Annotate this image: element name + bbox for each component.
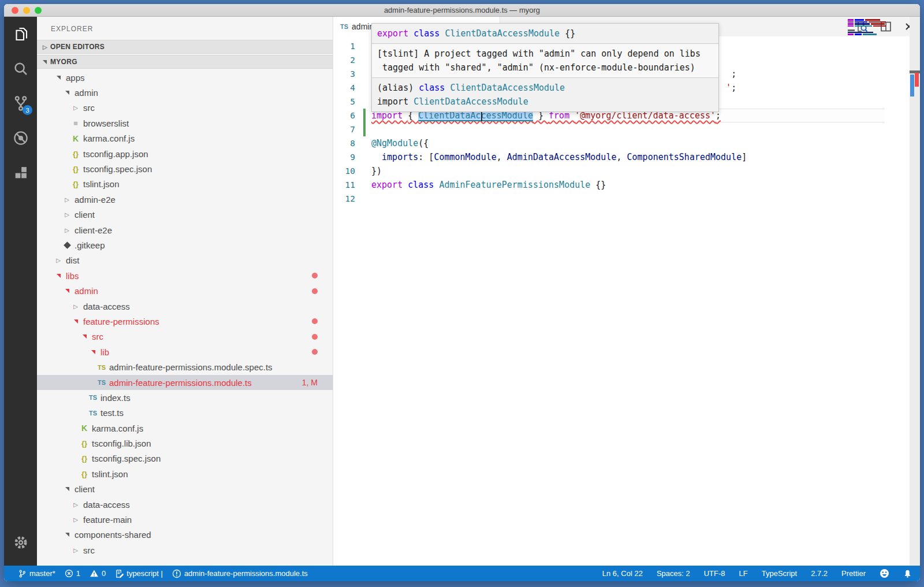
gear-icon[interactable] <box>4 534 37 551</box>
tree-item-src[interactable]: ▷src <box>37 101 333 116</box>
twisty-expanded-icon[interactable] <box>57 274 61 278</box>
line-number: 12 <box>333 194 355 203</box>
twisty-collapsed-icon[interactable]: ▷ <box>65 196 69 203</box>
tree-item-feature-permissions[interactable]: feature-permissions <box>37 314 333 329</box>
status-typescript-[interactable]: typescript | <box>115 569 163 578</box>
twisty-expanded-icon[interactable] <box>65 91 69 95</box>
tree-item-dist[interactable]: ▷dist <box>37 253 333 268</box>
activitybar-search[interactable] <box>4 51 37 86</box>
line-number: 11 <box>333 180 355 190</box>
twisty-expanded-icon[interactable] <box>83 335 87 339</box>
status-ln-6-col-22[interactable]: Ln 6, Col 22 <box>602 569 643 578</box>
window-controls[interactable] <box>12 7 42 14</box>
tree-item-data-access[interactable]: ▷data-access <box>37 299 333 314</box>
typescript-file-icon: TS <box>89 410 97 417</box>
status-1[interactable]: 1 <box>65 569 80 578</box>
json-file-icon: {} <box>81 470 87 478</box>
tree-item-components-shared[interactable]: components-shared <box>37 527 333 543</box>
tree-item-admin-feature-permissions-module-spec-ts[interactable]: TSadmin-feature-permissions.module.spec.… <box>37 359 333 374</box>
code-line-11[interactable]: 11export class AdminFeaturePermissionsMo… <box>333 178 920 192</box>
zoom-window-button[interactable] <box>35 7 42 14</box>
tree-item-tsconfig-lib-json[interactable]: {}tsconfig.lib.json <box>37 436 333 451</box>
status-smiley-icon[interactable] <box>880 569 889 578</box>
tree-item-tslint-json[interactable]: {}tslint.json <box>37 177 333 192</box>
status-lf[interactable]: LF <box>739 569 748 578</box>
json-file-icon: {} <box>73 150 79 158</box>
tree-item-src[interactable]: ▷src <box>37 543 333 558</box>
status-2-7-2[interactable]: 2.7.2 <box>811 569 828 578</box>
tree-item-client-e2e[interactable]: ▷client-e2e <box>37 222 333 237</box>
code-area[interactable]: 123 ;4 ';56import { ClientDataAccessModu… <box>333 36 920 566</box>
twisty-collapsed-icon[interactable]: ▷ <box>65 227 69 233</box>
code-line-10[interactable]: 10}) <box>333 164 920 178</box>
section-open-editors[interactable]: ▷ OPEN EDITORS <box>37 40 333 54</box>
tree-item-index-ts[interactable]: TSindex.ts <box>37 390 333 405</box>
line-number: 4 <box>333 83 355 92</box>
tree-item-libs[interactable]: libs <box>37 268 333 283</box>
status-admin-feature-permissions-module-ts[interactable]: admin-feature-permissions.module.ts <box>172 569 308 578</box>
overview-ruler[interactable] <box>910 17 920 566</box>
code-line-9[interactable]: 9 imports: [CommonModule, AdminDataAcces… <box>333 150 920 164</box>
twisty-collapsed-icon[interactable]: ▷ <box>73 105 78 111</box>
twisty-collapsed-icon[interactable]: ▷ <box>73 501 78 508</box>
tree-item-karma-conf-js[interactable]: Kkarma.conf.js <box>37 421 333 436</box>
activitybar-extensions[interactable] <box>4 155 37 190</box>
tree-item-feature-main[interactable]: ▷feature-main <box>37 512 333 527</box>
json-file-icon: {} <box>73 165 79 173</box>
sidebar-title: EXPLORER <box>37 17 333 40</box>
twisty-expanded-icon[interactable] <box>74 319 78 324</box>
tree-item-client[interactable]: client <box>37 482 333 497</box>
tree-item-tsconfig-app-json[interactable]: {}tsconfig.app.json <box>37 146 333 161</box>
activitybar-source-control[interactable]: 3 <box>4 86 37 121</box>
tree-item-admin-feature-permissions-module-ts[interactable]: TSadmin-feature-permissions.module.ts1, … <box>37 375 333 390</box>
twisty-collapsed-icon[interactable]: ▷ <box>56 257 61 263</box>
tree-item-admin[interactable]: admin <box>37 283 333 298</box>
status-master-[interactable]: master* <box>18 569 55 578</box>
activitybar-explorer[interactable] <box>4 17 37 51</box>
close-window-button[interactable] <box>12 7 18 14</box>
twisty-collapsed-icon[interactable]: ▷ <box>73 547 78 553</box>
code-line-7[interactable]: 7 <box>333 122 920 136</box>
tree-item-test-ts[interactable]: TStest.ts <box>37 406 333 421</box>
twisty-expanded-icon[interactable] <box>65 289 69 293</box>
code-line-12[interactable]: 12 <box>333 192 920 206</box>
status-0[interactable]: 0 <box>90 569 106 578</box>
karma-file-icon: K <box>81 423 87 433</box>
status-bell-icon[interactable] <box>903 569 912 578</box>
twisty-expanded-icon[interactable] <box>65 487 69 491</box>
tree-item-browserslist[interactable]: ≡browserslist <box>37 116 333 131</box>
twisty-expanded-icon[interactable] <box>57 76 61 80</box>
error-dot-badge <box>312 334 318 340</box>
tree-item-src[interactable]: src <box>37 329 333 344</box>
activitybar-debug[interactable] <box>4 121 37 155</box>
tree-item-admin-e2e[interactable]: ▷admin-e2e <box>37 192 333 207</box>
twisty-collapsed-icon[interactable]: ▷ <box>73 303 78 310</box>
tree-item-admin[interactable]: admin <box>37 85 333 100</box>
section-myorg[interactable]: MYORG <box>37 55 333 69</box>
status-typescript[interactable]: TypeScript <box>762 569 797 578</box>
line-number: 6 <box>333 111 355 120</box>
tree-item-lib[interactable]: lib <box>37 344 333 359</box>
status-utf-8[interactable]: UTF-8 <box>704 569 725 578</box>
code-line-8[interactable]: 8@NgModule({ <box>333 136 920 150</box>
minimap[interactable] <box>848 19 888 36</box>
tree-item-tslint-json[interactable]: {}tslint.json <box>37 466 333 481</box>
list-file-icon: ≡ <box>73 119 78 128</box>
tooltip-section: (alias) class ClientDataAccessModuleimpo… <box>372 77 718 112</box>
status-spaces-2[interactable]: Spaces: 2 <box>657 569 690 578</box>
tree-item-apps[interactable]: apps <box>37 70 333 85</box>
status-prettier[interactable]: Prettier <box>841 569 866 578</box>
explorer-sidebar: EXPLORER ▷ OPEN EDITORS MYORG appsadmin▷… <box>37 17 333 566</box>
twisty-expanded-icon[interactable] <box>65 533 69 537</box>
line-number: 5 <box>333 97 355 106</box>
tree-item-tsconfig-spec-json[interactable]: {}tsconfig.spec.json <box>37 161 333 176</box>
tree-item-tsconfig-spec-json[interactable]: {}tsconfig.spec.json <box>37 451 333 466</box>
tree-item-data-access[interactable]: ▷data-access <box>37 497 333 512</box>
twisty-collapsed-icon[interactable]: ▷ <box>65 211 69 218</box>
tree-item--gitkeep[interactable]: .gitkeep <box>37 237 333 252</box>
tree-item-karma-conf-js[interactable]: Kkarma.conf.js <box>37 131 333 146</box>
twisty-expanded-icon[interactable] <box>91 350 95 354</box>
tree-item-client[interactable]: ▷client <box>37 207 333 222</box>
minimize-window-button[interactable] <box>23 7 30 14</box>
twisty-collapsed-icon[interactable]: ▷ <box>73 517 78 523</box>
